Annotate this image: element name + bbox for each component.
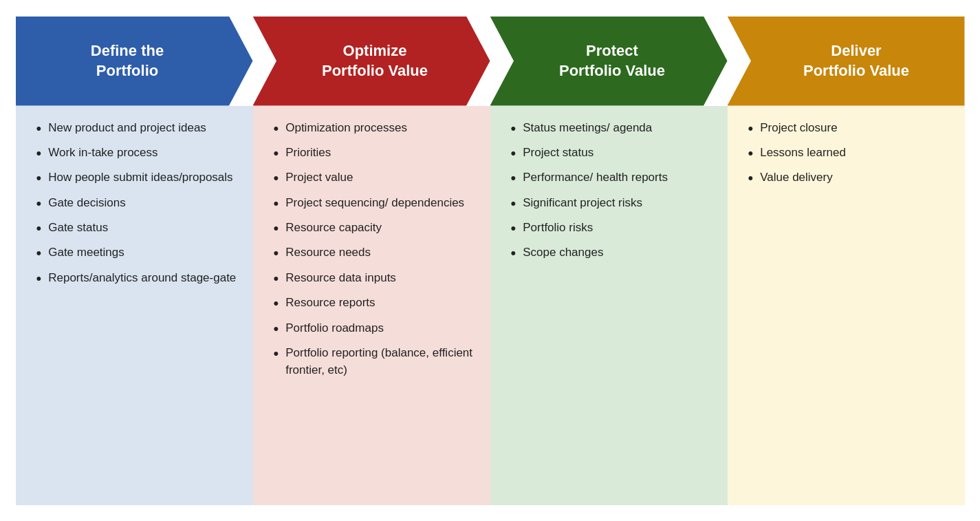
list-item-text: Project status bbox=[523, 145, 594, 162]
list-item: How people submit ideas/proposals bbox=[36, 169, 239, 187]
arrow-container-protect: ProtectPortfolio Value bbox=[490, 17, 728, 106]
arrow-optimize: OptimizePortfolio Value bbox=[253, 17, 490, 106]
arrow-deliver: DeliverPortfolio Value bbox=[728, 17, 965, 106]
list-item-text: Resource needs bbox=[285, 244, 371, 262]
list-item-text: Project sequencing/ dependencies bbox=[285, 195, 464, 212]
arrow-container-define: Define thePortfolio bbox=[16, 17, 253, 106]
list-item: Resource data inputs bbox=[274, 270, 477, 288]
list-item: Reports/analytics around stage-gate bbox=[36, 270, 239, 288]
list-item: Gate status bbox=[36, 220, 239, 237]
list-item: Significant project risks bbox=[511, 195, 714, 213]
list-item: Portfolio risks bbox=[511, 220, 714, 237]
list-item-text: Portfolio risks bbox=[523, 220, 593, 237]
list-item: Resource reports bbox=[274, 295, 477, 312]
list-item: Project status bbox=[511, 145, 714, 162]
list-item-text: Priorities bbox=[285, 145, 331, 162]
list-item: Portfolio reporting (balance, efficient … bbox=[274, 345, 477, 379]
list-item-text: Project closure bbox=[760, 120, 837, 137]
list-item-text: Lessons learned bbox=[760, 145, 846, 162]
list-define: New product and project ideasWork in-tak… bbox=[36, 120, 239, 288]
list-item: Portfolio roadmaps bbox=[274, 320, 477, 338]
list-item-text: Scope changes bbox=[523, 244, 603, 262]
list-item: Resource capacity bbox=[274, 220, 477, 237]
list-item: Project value bbox=[274, 169, 477, 187]
list-item: Optimization processes bbox=[274, 120, 477, 138]
arrow-text-define: Define thePortfolio bbox=[91, 41, 164, 81]
diagram-wrapper: Define thePortfolioOptimizePortfolio Val… bbox=[16, 17, 965, 505]
list-item-text: Portfolio roadmaps bbox=[285, 320, 384, 337]
arrow-define: Define thePortfolio bbox=[16, 17, 253, 106]
arrow-protect: ProtectPortfolio Value bbox=[490, 17, 728, 106]
list-item: Gate meetings bbox=[36, 244, 239, 262]
list-item-text: New product and project ideas bbox=[48, 120, 206, 137]
list-item: Work in-take process bbox=[36, 145, 239, 162]
arrow-text-optimize: OptimizePortfolio Value bbox=[322, 41, 428, 81]
arrow-container-optimize: OptimizePortfolio Value bbox=[253, 17, 490, 106]
list-item-text: Optimization processes bbox=[285, 120, 407, 137]
list-item-text: Resource data inputs bbox=[285, 270, 396, 287]
content-row: New product and project ideasWork in-tak… bbox=[16, 106, 965, 505]
list-item-text: Reports/analytics around stage-gate bbox=[48, 270, 236, 287]
list-item: Status meetings/ agenda bbox=[511, 120, 714, 138]
content-col-optimize: Optimization processesPrioritiesProject … bbox=[253, 106, 490, 505]
list-item-text: Significant project risks bbox=[523, 195, 642, 212]
arrow-text-deliver: DeliverPortfolio Value bbox=[803, 41, 909, 81]
list-deliver: Project closureLessons learnedValue deli… bbox=[748, 120, 951, 188]
arrow-container-deliver: DeliverPortfolio Value bbox=[728, 17, 965, 106]
list-item: Lessons learned bbox=[748, 145, 951, 162]
list-item-text: Gate status bbox=[48, 220, 108, 237]
list-item: Gate decisions bbox=[36, 195, 239, 213]
content-col-define: New product and project ideasWork in-tak… bbox=[16, 106, 253, 505]
list-item-text: Resource reports bbox=[285, 295, 375, 312]
list-item: Value delivery bbox=[748, 169, 951, 187]
list-item-text: Performance/ health reports bbox=[523, 169, 668, 187]
list-item-text: How people submit ideas/proposals bbox=[48, 169, 232, 187]
content-col-protect: Status meetings/ agendaProject statusPer… bbox=[490, 106, 728, 505]
list-item-text: Work in-take process bbox=[48, 145, 157, 162]
list-item: Priorities bbox=[274, 145, 477, 162]
list-item: Resource needs bbox=[274, 244, 477, 262]
list-item: Project closure bbox=[748, 120, 951, 138]
list-item-text: Project value bbox=[285, 169, 353, 187]
list-item: Performance/ health reports bbox=[511, 169, 714, 187]
list-optimize: Optimization processesPrioritiesProject … bbox=[274, 120, 477, 379]
list-item-text: Gate decisions bbox=[48, 195, 125, 212]
list-item-text: Value delivery bbox=[760, 169, 833, 187]
arrow-text-protect: ProtectPortfolio Value bbox=[559, 41, 665, 81]
list-item-text: Resource capacity bbox=[285, 220, 382, 237]
list-item: New product and project ideas bbox=[36, 120, 239, 138]
list-item-text: Gate meetings bbox=[48, 244, 124, 262]
content-col-deliver: Project closureLessons learnedValue deli… bbox=[728, 106, 965, 505]
list-item-text: Portfolio reporting (balance, efficient … bbox=[285, 345, 476, 379]
list-item-text: Status meetings/ agenda bbox=[523, 120, 652, 137]
list-protect: Status meetings/ agendaProject statusPer… bbox=[511, 120, 714, 263]
arrows-row: Define thePortfolioOptimizePortfolio Val… bbox=[16, 17, 965, 106]
list-item: Scope changes bbox=[511, 244, 714, 262]
list-item: Project sequencing/ dependencies bbox=[274, 195, 477, 213]
